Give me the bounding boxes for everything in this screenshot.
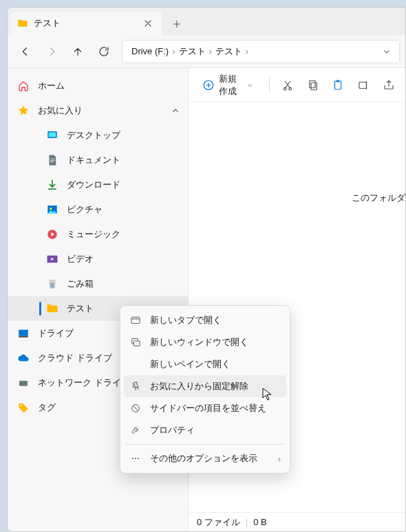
folder-icon (46, 302, 58, 315)
music-icon (46, 228, 58, 241)
sidebar-label: タグ (38, 401, 56, 414)
window-icon (129, 337, 142, 348)
svg-rect-7 (19, 336, 28, 337)
sidebar-label: ごみ箱 (67, 278, 94, 290)
svg-rect-6 (19, 330, 28, 336)
network-icon (17, 377, 30, 389)
sidebar-label: デスクトップ (67, 129, 120, 142)
paste-button[interactable] (328, 73, 348, 98)
back-button[interactable] (13, 39, 38, 64)
forward-button[interactable] (39, 39, 64, 64)
fav-videos[interactable]: ビデオ (8, 247, 188, 271)
svg-point-13 (289, 87, 292, 90)
close-tab-button[interactable] (141, 16, 155, 30)
svg-rect-1 (49, 133, 56, 137)
chevron-down-icon (246, 81, 254, 89)
new-label: 新規作成 (219, 73, 242, 98)
address-dropdown[interactable] (381, 46, 392, 57)
rename-button[interactable] (354, 73, 374, 98)
wrench-icon (129, 425, 142, 436)
fav-downloads[interactable]: ダウンロード (8, 173, 188, 197)
new-button[interactable]: 新規作成 (195, 74, 261, 96)
sidebar-label: ミュージック (67, 228, 120, 241)
sidebar-label: ホーム (38, 80, 65, 92)
svg-rect-21 (133, 341, 140, 346)
block-icon (129, 403, 142, 414)
chevron-right-icon: › (171, 46, 176, 56)
picture-icon (46, 203, 58, 216)
svg-point-23 (132, 458, 133, 459)
sidebar-label: ビデオ (67, 253, 94, 265)
menu-label: その他のオプションを表示 (150, 452, 257, 465)
sidebar-label: お気に入り (38, 104, 83, 117)
copy-button[interactable] (303, 73, 323, 98)
tab-icon (129, 315, 142, 326)
new-tab-button[interactable] (166, 14, 188, 34)
status-size: 0 B (253, 517, 267, 527)
drive-icon (17, 327, 30, 340)
up-button[interactable] (65, 39, 90, 64)
fav-pictures[interactable]: ピクチャ (8, 197, 188, 222)
svg-rect-17 (336, 80, 340, 82)
menu-label: 新しいタブで開く (150, 314, 222, 326)
menu-separator (125, 444, 285, 445)
sidebar-label: クラウド ドライブ (38, 352, 112, 364)
plus-circle-icon (202, 79, 215, 91)
status-bar: 0 ファイル | 0 B (189, 512, 405, 531)
svg-point-12 (284, 87, 286, 90)
crumb-1[interactable]: テスト (177, 45, 208, 58)
sidebar-home[interactable]: ホーム (8, 74, 188, 98)
svg-rect-14 (309, 80, 314, 88)
cut-button[interactable] (278, 73, 298, 98)
chevron-right-icon: › (278, 454, 281, 464)
chevron-right-icon: › (208, 46, 213, 56)
recycle-icon (46, 278, 58, 290)
svg-point-3 (50, 208, 52, 210)
tab-test[interactable]: テスト (10, 12, 162, 35)
menu-open-tab[interactable]: 新しいタブで開く (124, 309, 286, 331)
menu-label: 新しいペインで開く (150, 358, 231, 370)
svg-point-25 (138, 458, 139, 459)
svg-point-9 (21, 383, 22, 384)
document-icon (46, 154, 58, 166)
download-icon (46, 179, 58, 191)
video-icon (46, 253, 58, 265)
menu-properties[interactable]: プロパティ (124, 419, 286, 441)
menu-label: 新しいウィンドウで開く (150, 336, 248, 348)
fav-recycle[interactable]: ごみ箱 (8, 271, 188, 296)
folder-icon (17, 18, 28, 29)
unpin-icon (129, 381, 142, 392)
crumb-2[interactable]: テスト (213, 45, 244, 58)
sidebar-label: ドライブ (38, 327, 74, 340)
svg-point-24 (135, 458, 136, 459)
tab-bar: テスト (8, 8, 405, 35)
home-icon (17, 80, 30, 92)
refresh-button[interactable] (92, 39, 116, 64)
fav-documents[interactable]: ドキュメント (8, 148, 188, 173)
ellipsis-icon (129, 453, 142, 464)
fav-music[interactable]: ミュージック (8, 222, 188, 247)
svg-point-10 (20, 405, 21, 406)
chevron-right-icon: › (244, 46, 250, 56)
chevron-up-icon[interactable] (170, 105, 181, 116)
fav-desktop[interactable]: デスクトップ (8, 123, 188, 148)
address-bar[interactable]: Drive (F:)› テスト› テスト› (122, 40, 400, 63)
menu-more[interactable]: その他のオプションを表示 › (124, 447, 286, 469)
sidebar-favorites[interactable]: お気に入り (8, 98, 188, 123)
sidebar-label: ダウンロード (67, 179, 120, 191)
menu-open-pane[interactable]: 新しいペインで開く (124, 353, 286, 375)
sidebar-label: ドキュメント (67, 154, 120, 166)
status-count: 0 ファイル (197, 516, 240, 529)
desktop-icon (46, 129, 58, 142)
crumb-drive[interactable]: Drive (F:) (129, 46, 171, 56)
share-button[interactable] (378, 73, 398, 98)
tab-title: テスト (34, 17, 61, 30)
menu-open-window[interactable]: 新しいウィンドウで開く (124, 331, 286, 353)
content-toolbar: 新規作成 (189, 68, 405, 102)
svg-rect-15 (311, 82, 317, 90)
svg-rect-19 (131, 317, 140, 323)
menu-label: お気に入りから固定解除 (150, 380, 248, 392)
nav-toolbar: Drive (F:)› テスト› テスト› (8, 35, 405, 68)
svg-rect-16 (335, 81, 341, 89)
sidebar-label: ネットワーク ドライブ (38, 377, 130, 389)
